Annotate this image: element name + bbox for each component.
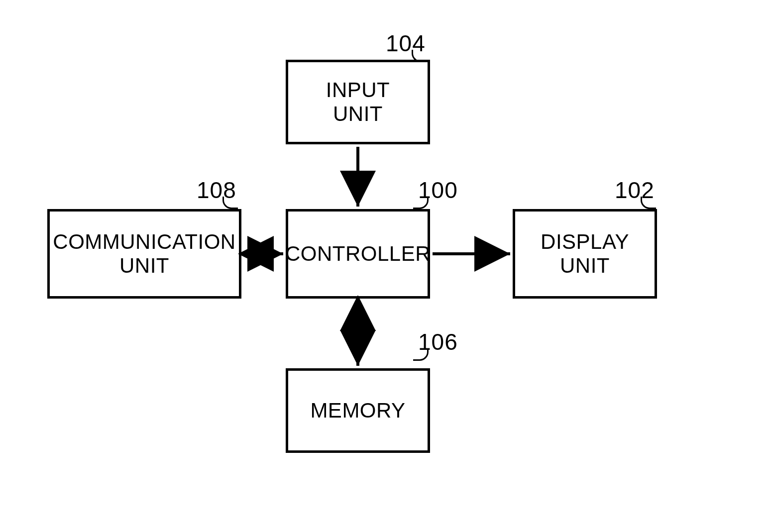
block-input-unit: INPUTUNIT (286, 60, 430, 144)
block-input-unit-label: INPUTUNIT (326, 78, 390, 126)
leader-display (641, 197, 656, 209)
block-controller: CONTROLLER (286, 209, 430, 299)
block-display-unit: DISPLAYUNIT (513, 209, 657, 299)
block-display-unit-label: DISPLAYUNIT (541, 230, 629, 278)
leader-communication (222, 197, 238, 209)
block-controller-label: CONTROLLER (285, 242, 431, 266)
block-memory: MEMORY (286, 368, 430, 453)
block-communication-unit-label: COMMUNICATIONUNIT (53, 230, 235, 278)
leader-controller (413, 197, 429, 209)
leader-memory (413, 348, 429, 361)
block-diagram: INPUTUNIT 104 COMMUNICATIONUNIT 108 CONT… (0, 0, 770, 532)
block-communication-unit: COMMUNICATIONUNIT (47, 209, 241, 299)
block-memory-label: MEMORY (310, 399, 405, 423)
